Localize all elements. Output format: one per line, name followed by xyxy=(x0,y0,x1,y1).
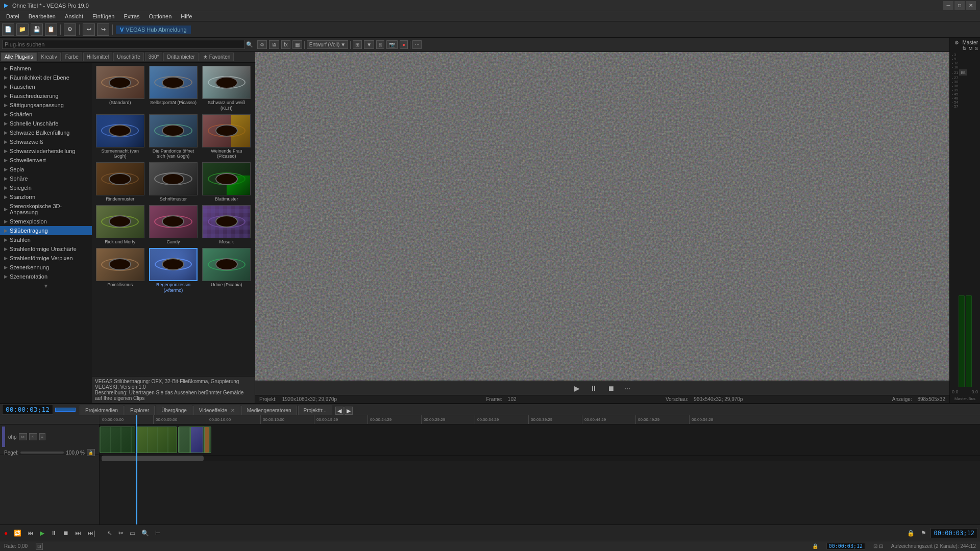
marker-button[interactable]: ⚑ xyxy=(919,529,928,538)
open-button[interactable]: 📁 xyxy=(16,23,29,36)
plugin-szenerkennung[interactable]: ▶Szenerkennung xyxy=(0,263,92,272)
track1-s-btn[interactable]: S xyxy=(29,433,37,440)
end-button[interactable]: ⏭| xyxy=(85,529,97,538)
record-button[interactable]: ● xyxy=(2,529,10,538)
plugin-rauschen[interactable]: ▶Rauschen xyxy=(0,82,92,91)
plugin-raeumlichkeit[interactable]: ▶Räumlichkeit der Ebene xyxy=(0,73,92,82)
close-button[interactable]: ✕ xyxy=(966,1,976,10)
thumb-schriftmuster[interactable]: Schriftmuster xyxy=(147,161,199,203)
prev-frame-button[interactable]: ⏮ xyxy=(26,529,36,538)
cat-360[interactable]: 360° xyxy=(145,53,163,61)
thumb-selbstportrait[interactable]: Selbstporträt (Picasso) xyxy=(147,65,199,112)
tab-next-btn[interactable]: ▶ xyxy=(345,407,353,415)
maximize-button[interactable]: □ xyxy=(954,1,965,10)
thumb-regenprinzessin[interactable]: Regenprinzessin (Aftermo) xyxy=(147,247,199,294)
plugin-stereoskopisch[interactable]: ▶Stereoskopische 3D-Anpassung xyxy=(0,202,92,217)
plugin-sternexplosion[interactable]: ▶Sternexplosion xyxy=(0,217,92,226)
tab-close-icon[interactable]: ✕ xyxy=(231,408,235,413)
stop-button[interactable]: ⏹ xyxy=(61,529,71,538)
track1-content[interactable] xyxy=(100,424,980,455)
preview-stop-btn[interactable]: ⏹ xyxy=(604,383,618,393)
plugin-rahmen[interactable]: ▶Rahmen xyxy=(0,64,92,73)
cat-kreativ[interactable]: Kreativ xyxy=(38,53,61,61)
plugin-strahlen-unschaerfe[interactable]: ▶Strahlenförmige Unschärfe xyxy=(0,244,92,254)
thumb-candy[interactable]: Candy xyxy=(147,204,199,246)
plugin-schaerfen[interactable]: ▶Schärfen xyxy=(0,110,92,119)
settings-icon[interactable]: ⚙ xyxy=(954,40,959,45)
cat-favoriten[interactable]: ★ Favoriten xyxy=(200,53,234,61)
clip-1[interactable] xyxy=(136,427,177,453)
preview-snapshot-btn[interactable]: 📷 xyxy=(386,40,398,49)
preview-snap-btn[interactable]: ▼ xyxy=(364,40,374,49)
plugin-spiegeln[interactable]: ▶Spiegeln xyxy=(0,183,92,192)
preview-settings-btn[interactable]: ⚙ xyxy=(257,40,267,49)
save-button[interactable]: 💾 xyxy=(31,23,43,36)
preview-play-btn[interactable]: ▶ xyxy=(571,383,583,393)
preview-pause-btn[interactable]: ⏸ xyxy=(587,383,600,393)
pegel-slider[interactable] xyxy=(20,452,64,454)
menu-ansicht[interactable]: Ansicht xyxy=(61,12,87,20)
thumb-schwarzweiss[interactable]: Schwarz und weiß (KLH) xyxy=(201,65,253,112)
cat-hilfsmittel[interactable]: Hilfsmittel xyxy=(83,53,112,61)
timeline-scrollbar[interactable] xyxy=(100,455,980,461)
thumb-weinende[interactable]: Weinende Frau (Picasso) xyxy=(201,113,253,161)
tab-uebergaenge[interactable]: Übergänge xyxy=(156,406,192,415)
plugin-sphaere[interactable]: ▶Sphäre xyxy=(0,174,92,183)
tab-prev-btn[interactable]: ◀ xyxy=(335,407,344,415)
clip-0[interactable] xyxy=(100,427,135,453)
cat-farbe[interactable]: Farbe xyxy=(62,53,82,61)
menu-optionen[interactable]: Optionen xyxy=(145,12,176,20)
cursor-button[interactable]: ↖ xyxy=(105,529,114,538)
cat-all[interactable]: Alle Plug-ins xyxy=(1,53,37,61)
preview-dots-btn[interactable]: ··· xyxy=(622,383,634,393)
minimize-button[interactable]: ─ xyxy=(943,1,953,10)
cat-drittanbieter[interactable]: Drittanbieter xyxy=(163,53,198,61)
saveas-button[interactable]: 📋 xyxy=(45,23,57,36)
pause-button[interactable]: ⏸ xyxy=(48,529,59,538)
thumb-pointillismus[interactable]: Pointillismus xyxy=(94,247,146,294)
tab-mediengeneratoren[interactable]: Mediengeneratoren xyxy=(241,406,297,415)
status-icon[interactable]: ⊡ xyxy=(36,543,43,550)
menu-hilfe[interactable]: Hilfe xyxy=(177,12,196,20)
thumb-pandorica[interactable]: Die Pandorica öffnet sich (van Gogh) xyxy=(147,113,199,161)
plugin-schwellenwert[interactable]: ▶Schwellenwert xyxy=(0,156,92,165)
preview-mode-btn[interactable]: Entwurf (Voll) ▼ xyxy=(307,40,348,49)
preview-copy-btn[interactable]: ⎘ xyxy=(376,40,384,49)
thumb-rickmorty[interactable]: Rick und Morty xyxy=(94,204,146,246)
preview-record-btn[interactable]: ● xyxy=(400,40,408,49)
thumb-udnie[interactable]: Udnie (Picabia) xyxy=(201,247,253,294)
clip-3[interactable] xyxy=(190,427,203,453)
plugin-sepia[interactable]: ▶Sepia xyxy=(0,165,92,174)
plugin-search-input[interactable] xyxy=(2,40,245,49)
menu-extras[interactable]: Extras xyxy=(119,12,143,20)
preview-fx-btn[interactable]: fx xyxy=(281,40,290,49)
play-button[interactable]: ▶ xyxy=(38,529,46,538)
preview-overlay-btn[interactable]: ▦ xyxy=(292,40,302,49)
plugin-szenenrotation[interactable]: ▶Szenenrotation xyxy=(0,272,92,281)
trim-button[interactable]: ✂ xyxy=(116,529,126,538)
plugin-strahlen-verpixeln[interactable]: ▶Strahlenförmige Verpixen xyxy=(0,254,92,263)
track1-expand-btn[interactable]: ≡ xyxy=(39,433,45,440)
split-button[interactable]: ⊢ xyxy=(153,529,162,538)
cat-unschaerfe[interactable]: Unschärfe xyxy=(113,53,144,61)
clip-4[interactable] xyxy=(204,427,209,453)
menu-bearbeiten[interactable]: Bearbeiten xyxy=(24,12,60,20)
tab-explorer[interactable]: Explorer xyxy=(125,406,155,415)
plugin-schwarzwiederherstellung[interactable]: ▶Schwarzwiederherstellung xyxy=(0,146,92,156)
thumb-blattmuster[interactable]: Blattmuster xyxy=(201,161,253,203)
plugin-saettigung[interactable]: ▶Sättigungsanpassung xyxy=(0,101,92,110)
tab-videoeffekte[interactable]: Videoeffekte ✕ xyxy=(193,406,240,415)
timeline-scroll-thumb[interactable] xyxy=(102,456,204,461)
plugin-stanzform[interactable]: ▶Stanzform xyxy=(0,192,92,202)
vegas-hub-button[interactable]: V VEGAS Hub Abmeldung xyxy=(116,26,191,34)
plugin-schnelle-unschaerfe[interactable]: ▶Schnelle Unschärfe xyxy=(0,119,92,128)
plugin-rauschreduzierung[interactable]: ▶Rauschreduzierung xyxy=(0,91,92,101)
preview-monitor-btn[interactable]: 🖥 xyxy=(269,40,279,49)
thumb-mosaik[interactable]: Mosaik xyxy=(201,204,253,246)
menu-datei[interactable]: Datei xyxy=(2,12,23,20)
zoom-button[interactable]: 🔍 xyxy=(139,529,151,538)
tab-projektmedien[interactable]: Projektmedien xyxy=(80,406,124,415)
new-button[interactable]: 📄 xyxy=(2,23,14,36)
select-button[interactable]: ▭ xyxy=(128,529,137,538)
properties-button[interactable]: ⚙ xyxy=(64,23,76,36)
